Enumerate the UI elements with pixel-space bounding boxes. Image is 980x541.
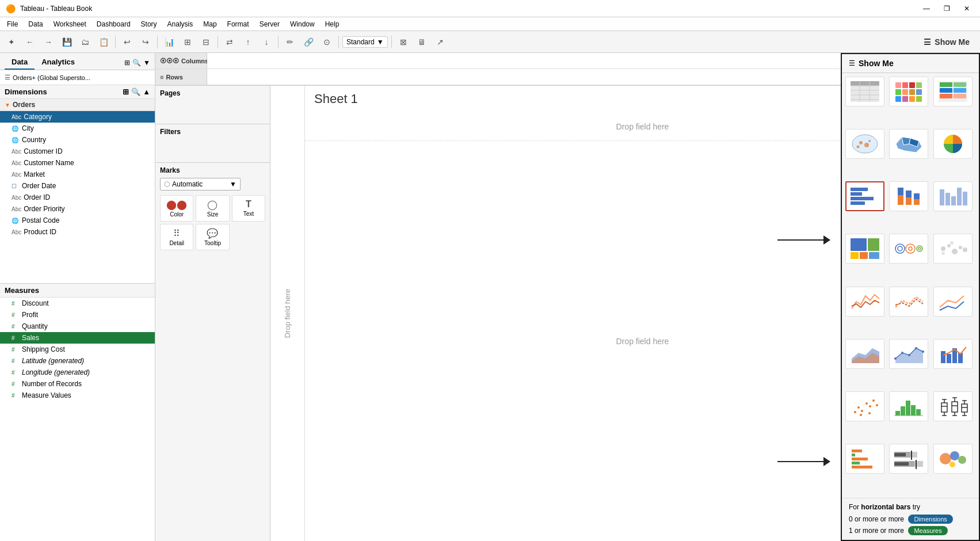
field-productid[interactable]: Abc Product ID xyxy=(0,226,155,238)
panel-expand-icon[interactable]: ▼ xyxy=(143,59,150,67)
menu-dashboard[interactable]: Dashboard xyxy=(92,19,135,29)
field-city[interactable]: 🌐 City xyxy=(0,123,155,134)
field-group-orders-header[interactable]: ▼ Orders xyxy=(0,99,155,111)
chart-bullet[interactable] xyxy=(889,444,928,474)
pages-content[interactable] xyxy=(160,98,265,121)
chart-circle-view[interactable] xyxy=(889,234,928,264)
section-search-icon[interactable]: 🔍 xyxy=(131,87,140,96)
chart-histogram[interactable] xyxy=(889,391,928,421)
field-postalcode[interactable]: 🌐 Postal Code xyxy=(0,215,155,226)
toolbar-pen[interactable]: ✏ xyxy=(282,34,298,50)
section-grid-icon[interactable]: ⊞ xyxy=(123,87,129,96)
chart-dual-combo[interactable] xyxy=(933,339,973,369)
panel-grid-icon[interactable]: ⊞ xyxy=(124,59,130,67)
window-controls[interactable]: — ❐ ✕ xyxy=(918,5,974,13)
chart-scatter[interactable] xyxy=(845,391,884,421)
tab-data[interactable]: Data xyxy=(5,55,35,70)
field-category[interactable]: Abc Category xyxy=(0,111,155,123)
toolbar-chart1[interactable]: 📊 xyxy=(161,34,177,50)
chart-stacked-bar[interactable] xyxy=(889,181,928,211)
toolbar-chart2[interactable]: ⊞ xyxy=(180,34,196,50)
section-collapse-icon[interactable]: ▲ xyxy=(143,87,150,96)
field-numrecords[interactable]: # Number of Records xyxy=(0,378,155,390)
tab-analytics[interactable]: Analytics xyxy=(35,55,82,70)
toolbar-device[interactable]: 🖥 xyxy=(414,34,430,50)
chart-horizontal-bar[interactable] xyxy=(845,181,884,211)
chart-heat-map[interactable] xyxy=(889,77,928,106)
chart-filled-map[interactable] xyxy=(889,129,928,159)
chart-gantt[interactable] xyxy=(845,444,884,474)
field-orderpriority[interactable]: Abc Order Priority xyxy=(0,203,155,215)
chart-line-continuous[interactable] xyxy=(845,287,884,317)
chart-packed-bubbles[interactable] xyxy=(933,444,973,474)
field-market[interactable]: Abc Market xyxy=(0,169,155,180)
chart-side-by-side[interactable] xyxy=(933,234,973,264)
panel-search-icon[interactable]: 🔍 xyxy=(132,59,141,67)
toolbar-forward[interactable]: → xyxy=(40,34,56,50)
chart-box-whisker[interactable] xyxy=(933,391,973,421)
field-profit[interactable]: # Profit xyxy=(0,309,155,321)
chart-text-table[interactable] xyxy=(845,77,884,106)
marks-detail-btn[interactable]: ⠿ Detail xyxy=(160,224,193,250)
field-latitude[interactable]: # Latitude (generated) xyxy=(0,355,155,367)
toolbar-home[interactable]: ✦ xyxy=(3,34,20,50)
menu-worksheet[interactable]: Worksheet xyxy=(49,19,91,29)
toolbar-chart3[interactable]: ⊟ xyxy=(198,34,214,50)
field-customername[interactable]: Abc Customer Name xyxy=(0,157,155,169)
menu-story[interactable]: Story xyxy=(136,19,162,29)
field-quantity[interactable]: # Quantity xyxy=(0,321,155,332)
toolbar-link[interactable]: 🔗 xyxy=(300,34,317,50)
toolbar-back[interactable]: ← xyxy=(22,34,38,50)
toolbar-sort-asc[interactable]: ↑ xyxy=(240,34,256,50)
maximize-button[interactable]: ❐ xyxy=(939,5,955,13)
field-discount[interactable]: # Discount xyxy=(0,298,155,309)
marks-tooltip-btn[interactable]: 💬 Tooltip xyxy=(196,224,229,250)
menu-map[interactable]: Map xyxy=(199,19,221,29)
field-sales[interactable]: # Sales xyxy=(0,332,155,344)
field-orderid[interactable]: Abc Order ID xyxy=(0,192,155,203)
canvas-left-drop[interactable]: Drop field here xyxy=(270,86,305,541)
field-orderdate[interactable]: ☐ Order Date xyxy=(0,180,155,192)
field-shippingcost[interactable]: # Shipping Cost xyxy=(0,344,155,355)
menu-format[interactable]: Format xyxy=(223,19,254,29)
marks-type-dropdown[interactable]: ⬡ Automatic ▼ xyxy=(160,178,241,191)
toolbar-sort-desc[interactable]: ↓ xyxy=(258,34,274,50)
field-measurevalues[interactable]: # Measure Values xyxy=(0,390,155,401)
menu-file[interactable]: File xyxy=(2,19,22,29)
chart-line-discrete[interactable] xyxy=(889,287,928,317)
toolbar-fit[interactable]: ⊠ xyxy=(395,34,411,50)
field-country[interactable]: 🌐 Country xyxy=(0,134,155,146)
show-me-button[interactable]: ☰ Show Me xyxy=(917,35,977,49)
chart-treemap[interactable] xyxy=(845,234,884,264)
menu-server[interactable]: Server xyxy=(255,19,284,29)
chart-side-bar[interactable] xyxy=(933,181,973,211)
toolbar-swap[interactable]: ⇄ xyxy=(222,34,238,50)
toolbar-datasource[interactable]: 🗂 xyxy=(77,34,93,50)
chart-pie[interactable] xyxy=(933,129,973,159)
toolbar-save[interactable]: 💾 xyxy=(59,34,75,50)
chart-dual-line[interactable] xyxy=(933,287,973,317)
toolbar-undo[interactable]: ↩ xyxy=(119,34,135,50)
toolbar-filter[interactable]: ⊙ xyxy=(319,34,335,50)
close-button[interactable]: ✕ xyxy=(959,5,974,13)
marks-size-btn[interactable]: ◯ Size xyxy=(196,195,229,222)
chart-area-continuous[interactable] xyxy=(845,339,884,369)
chart-area-discrete[interactable] xyxy=(889,339,928,369)
chart-highlight-table[interactable] xyxy=(933,77,973,106)
menu-help[interactable]: Help xyxy=(321,19,344,29)
menu-data[interactable]: Data xyxy=(24,19,47,29)
minimize-button[interactable]: — xyxy=(918,5,935,13)
data-source[interactable]: ☰ Orders+ (Global Supersto... xyxy=(0,70,155,85)
toolbar-copy[interactable]: 📋 xyxy=(96,34,112,50)
toolbar-standard-dropdown[interactable]: Standard ▼ xyxy=(342,36,388,48)
menu-analysis[interactable]: Analysis xyxy=(163,19,198,29)
marks-text-btn[interactable]: T Text xyxy=(232,195,265,222)
field-longitude[interactable]: # Longitude (generated) xyxy=(0,367,155,378)
menu-window[interactable]: Window xyxy=(285,19,319,29)
chart-symbol-map[interactable] xyxy=(845,129,884,159)
field-customerid[interactable]: Abc Customer ID xyxy=(0,146,155,157)
filters-content[interactable] xyxy=(160,137,265,160)
marks-color-btn[interactable]: ⬤⬤ Color xyxy=(160,195,193,222)
toolbar-share[interactable]: ↗ xyxy=(432,34,448,50)
toolbar-redo[interactable]: ↪ xyxy=(138,34,154,50)
